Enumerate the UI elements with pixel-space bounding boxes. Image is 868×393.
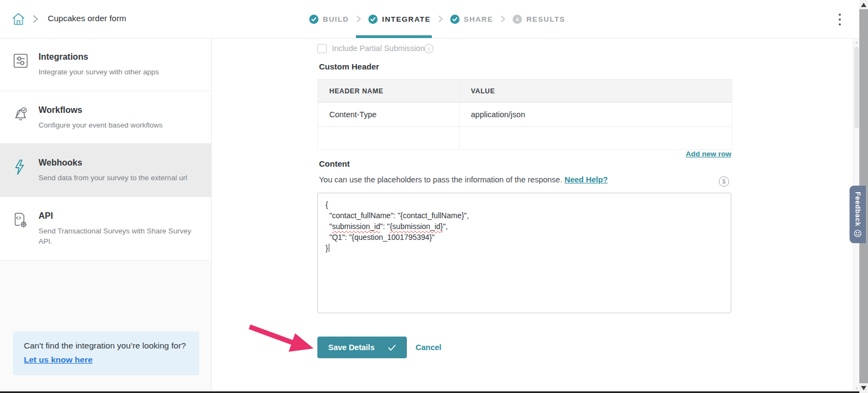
- smiley-icon: [854, 230, 861, 237]
- spellcheck-underlined-text: submission_id: [332, 222, 380, 231]
- integrations-sidebar: Integrations Integrate your survey with …: [0, 38, 212, 393]
- breadcrumb-chevron-icon: [31, 15, 39, 23]
- include-partial-submission-label: Include Partial Submission: [332, 44, 425, 53]
- let-us-know-link[interactable]: Let us know here: [24, 353, 93, 366]
- save-details-button[interactable]: Save Details: [317, 337, 407, 358]
- scroll-down-icon[interactable]: ▼: [854, 387, 859, 390]
- text-cursor: [329, 244, 330, 252]
- sidebar-item-title: Integrations: [39, 52, 159, 62]
- code-line: "submission_id": "{submission_id}",: [326, 221, 723, 232]
- app-window: Cupcakes order form BUILD INTEGRATE: [0, 0, 868, 393]
- header-name-cell[interactable]: [318, 127, 459, 149]
- sidebar-item-text: Integrations Integrate your survey with …: [39, 52, 159, 78]
- more-options-kebab-icon[interactable]: [836, 14, 844, 26]
- check-circle-icon: [309, 15, 318, 24]
- table-row: Content-Type application/json: [318, 103, 732, 127]
- scroll-down-icon[interactable]: [861, 386, 866, 390]
- add-new-row-link[interactable]: Add new row: [514, 150, 731, 158]
- header-value-cell[interactable]: [459, 127, 732, 149]
- sidebar-item-title: API: [39, 211, 196, 221]
- include-partial-submission-checkbox[interactable]: [317, 44, 327, 53]
- code-line: "contact_fullName": "{contact_fullName}"…: [326, 210, 723, 221]
- column-header-value: VALUE: [459, 80, 732, 102]
- sidebar-item-webhooks[interactable]: Webhooks Send data from your survey to t…: [0, 144, 211, 197]
- description-text: You can use the placeholders to pass the…: [319, 175, 564, 184]
- sliders-icon: [13, 52, 28, 78]
- sidebar-item-subtitle: Integrate your survey with other apps: [39, 67, 159, 78]
- sidebar-item-integrations[interactable]: Integrations Integrate your survey with …: [0, 38, 211, 91]
- sidebar-item-workflows[interactable]: Workflows Configure your event based wor…: [0, 91, 211, 144]
- sidebar-item-text: API Send Transactional Surveys with Shar…: [39, 211, 196, 247]
- webhook-content-textarea[interactable]: { "contact_fullName": "{contact_fullName…: [317, 193, 731, 313]
- tab-integrate[interactable]: INTEGRATE: [368, 15, 431, 24]
- code-line: "Q1": "{question_1001795394}": [326, 232, 723, 243]
- chevron-right-icon: [356, 15, 361, 23]
- content-scrollbar-thumb[interactable]: [854, 47, 859, 128]
- need-help-link[interactable]: Need Help?: [564, 175, 608, 184]
- custom-header-title: Custom Header: [319, 62, 379, 71]
- chevron-right-icon: [438, 15, 443, 23]
- column-header-name: HEADER NAME: [318, 80, 459, 102]
- scroll-up-icon[interactable]: ▲: [854, 41, 859, 44]
- feedback-tab[interactable]: Feedback: [850, 186, 866, 243]
- header-value-cell[interactable]: application/json: [459, 103, 732, 126]
- cancel-button[interactable]: Cancel: [416, 343, 442, 352]
- code-line: }: [326, 243, 723, 253]
- help-question: Can't find the integration you’re lookin…: [24, 339, 188, 352]
- svg-text:4: 4: [516, 16, 519, 22]
- active-step-underline: [356, 35, 432, 38]
- sidebar-item-text: Workflows Configure your event based wor…: [39, 105, 163, 131]
- step-label: INTEGRATE: [382, 15, 431, 23]
- check-circle-icon: [368, 15, 378, 24]
- sidebar-item-api[interactable]: API Send Transactional Surveys with Shar…: [0, 197, 211, 261]
- tab-build[interactable]: BUILD: [309, 15, 349, 24]
- wizard-steps: BUILD INTEGRATE SHARE: [309, 0, 565, 38]
- sidebar-item-text: Webhooks Send data from your survey to t…: [39, 158, 187, 183]
- table-row: [318, 127, 732, 150]
- sidebar-item-subtitle: Configure your event based workflows: [39, 120, 163, 131]
- sidebar-item-subtitle: Send data from your survey to the extern…: [39, 173, 187, 183]
- check-circle-icon: [450, 15, 459, 24]
- breadcrumb-survey-title: Cupcakes order form: [48, 14, 126, 23]
- lightning-bolt-icon: [13, 158, 28, 183]
- feedback-tab-label: Feedback: [854, 192, 862, 226]
- step-label: SHARE: [464, 15, 493, 23]
- step-label: RESULTS: [526, 15, 565, 23]
- content-description: You can use the placeholders to pass the…: [319, 175, 608, 184]
- header-name-cell[interactable]: Content-Type: [318, 103, 459, 126]
- scroll-up-icon[interactable]: [861, 3, 866, 7]
- home-icon[interactable]: [11, 11, 26, 27]
- code-line: {: [326, 199, 723, 210]
- save-details-label: Save Details: [328, 343, 374, 352]
- placeholder-variables-icon[interactable]: $: [719, 176, 729, 187]
- integration-help-box: Can't find the integration you’re lookin…: [13, 332, 199, 375]
- step-number-circle-icon: 4: [513, 15, 522, 24]
- bell-check-icon: [13, 105, 28, 131]
- check-icon: [388, 344, 396, 351]
- custom-header-table: HEADER NAME VALUE Content-Type applicati…: [317, 79, 732, 150]
- top-bar: Cupcakes order form BUILD INTEGRATE: [0, 0, 859, 39]
- chevron-right-icon: [500, 15, 506, 23]
- table-header-row: HEADER NAME VALUE: [318, 80, 732, 103]
- info-icon[interactable]: i: [424, 44, 433, 53]
- sidebar-item-subtitle: Send Transactional Surveys with Share Su…: [39, 226, 196, 247]
- document-code-gear-icon: [13, 211, 28, 247]
- content-title: Content: [319, 159, 350, 168]
- spellcheck-underlined-text: {submission_id}: [390, 222, 443, 231]
- tab-results[interactable]: 4 RESULTS: [513, 15, 565, 24]
- tab-share[interactable]: SHARE: [450, 15, 493, 24]
- annotation-arrow: [244, 321, 320, 360]
- sidebar-item-title: Webhooks: [39, 158, 187, 168]
- step-label: BUILD: [323, 15, 349, 23]
- sidebar-item-title: Workflows: [39, 105, 163, 115]
